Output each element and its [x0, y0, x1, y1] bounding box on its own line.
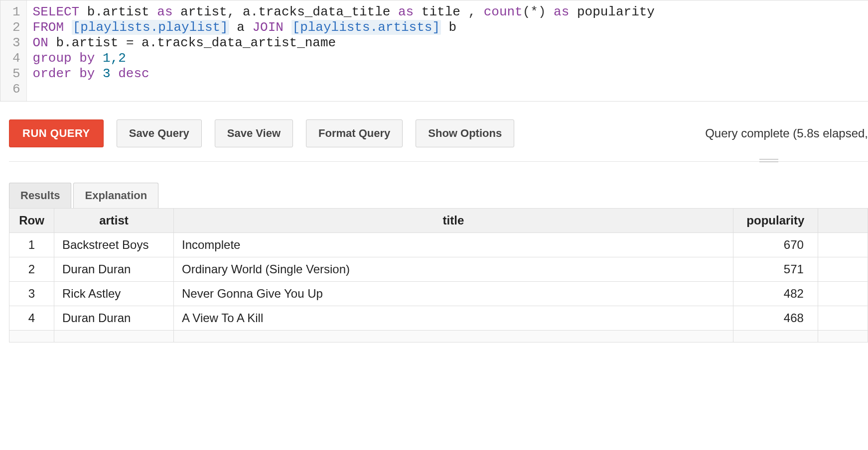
sql-keyword: as: [554, 4, 569, 19]
sql-literal: 1,2: [95, 51, 126, 66]
line-number: 2: [11, 20, 21, 35]
table-row: 2 Duran Duran Ordinary World (Single Ver…: [9, 257, 868, 282]
sql-text: artist: [72, 35, 126, 50]
table-row: 1 Backstreet Boys Incomplete 670: [9, 233, 868, 257]
results-table: Row artist title popularity 1 Backstreet…: [9, 208, 868, 342]
cell-title: A View To A Kill: [174, 306, 733, 331]
line-number: 3: [11, 35, 21, 51]
line-number: 4: [11, 51, 21, 66]
line-number: 1: [11, 4, 21, 20]
tab-results[interactable]: Results: [9, 183, 71, 208]
cell-rownum: 4: [9, 306, 54, 331]
line-number: 5: [11, 66, 21, 82]
sql-text: =: [126, 35, 142, 50]
sql-text: title: [414, 4, 468, 19]
cell-empty: [818, 257, 868, 282]
cell-popularity: 482: [733, 282, 818, 306]
sql-text: a: [229, 20, 253, 35]
editor-gutter: 1 2 3 4 5 6: [0, 0, 27, 101]
sql-text: tracks_data_artist_name: [157, 35, 336, 50]
sql-keyword: group: [33, 51, 72, 66]
sql-keyword: as: [157, 4, 172, 19]
sql-text: (*): [523, 4, 554, 19]
results-tabs: Results Explanation: [9, 183, 868, 208]
cell-rownum: 3: [9, 282, 54, 306]
sql-text: [64, 20, 72, 35]
sql-text: b: [441, 20, 456, 35]
cell-empty: [818, 233, 868, 257]
save-query-button[interactable]: Save Query: [117, 119, 202, 147]
table-header-row: Row artist title popularity: [9, 209, 868, 233]
show-options-button[interactable]: Show Options: [416, 119, 514, 147]
sql-text: a: [142, 35, 149, 50]
sql-text: .: [64, 35, 72, 50]
sql-table: [playlists.playlist]: [72, 20, 229, 35]
sql-text: popularity: [569, 4, 655, 19]
save-view-button[interactable]: Save View: [215, 119, 293, 147]
table-row: 3 Rick Astley Never Gonna Give You Up 48…: [9, 282, 868, 306]
query-status-text: Query complete (5.8s elapsed,: [705, 126, 868, 140]
sql-text: ,: [468, 4, 483, 19]
sql-text: b: [48, 35, 64, 50]
cell-artist: Rick Astley: [54, 282, 174, 306]
sql-keyword: JOIN: [253, 20, 284, 35]
sql-text: tracks_data_title: [258, 4, 398, 19]
cell-title: Never Gonna Give You Up: [174, 282, 733, 306]
table-row-empty: [9, 331, 868, 342]
sql-text: artist: [103, 4, 157, 19]
sql-function: count: [484, 4, 523, 19]
sql-table: [playlists.artists]: [291, 20, 441, 35]
sql-keyword: by: [79, 66, 95, 81]
sql-keyword: by: [79, 51, 95, 66]
sql-text: artist: [173, 4, 227, 19]
sql-keyword: ON: [33, 35, 48, 50]
cell-artist: Duran Duran: [54, 257, 174, 282]
sql-keyword: SELECT: [33, 4, 80, 19]
sql-text: [72, 66, 80, 81]
sql-text: [284, 20, 291, 35]
sql-keyword: as: [398, 4, 414, 19]
cell-rownum: 1: [9, 233, 54, 257]
sql-text: .: [251, 4, 259, 19]
tab-explanation[interactable]: Explanation: [73, 183, 158, 208]
cell-rownum: 2: [9, 257, 54, 282]
cell-artist: Duran Duran: [54, 306, 174, 331]
pane-divider[interactable]: [9, 161, 868, 162]
col-artist: artist: [54, 209, 174, 233]
sql-text: a: [243, 4, 251, 19]
cell-popularity: 670: [733, 233, 818, 257]
resize-grip-icon[interactable]: [759, 159, 778, 164]
sql-keyword: FROM: [33, 20, 64, 35]
sql-text: b: [79, 4, 95, 19]
sql-editor[interactable]: 1 2 3 4 5 6 SELECT b.artist as artist, a…: [0, 0, 868, 102]
query-toolbar: RUN QUERY Save Query Save View Format Qu…: [0, 102, 868, 158]
cell-empty: [818, 306, 868, 331]
sql-keyword: desc: [118, 66, 149, 81]
format-query-button[interactable]: Format Query: [306, 119, 403, 147]
table-row: 4 Duran Duran A View To A Kill 468: [9, 306, 868, 331]
run-query-button[interactable]: RUN QUERY: [9, 119, 104, 147]
cell-popularity: 468: [733, 306, 818, 331]
col-empty: [818, 209, 868, 233]
editor-code[interactable]: SELECT b.artist as artist, a.tracks_data…: [27, 0, 661, 101]
sql-text: ,: [227, 4, 243, 19]
col-popularity: popularity: [733, 209, 818, 233]
sql-keyword: order: [33, 66, 72, 81]
cell-artist: Backstreet Boys: [54, 233, 174, 257]
cell-title: Ordinary World (Single Version): [174, 257, 733, 282]
sql-text: [72, 51, 80, 66]
cell-popularity: 571: [733, 257, 818, 282]
col-row: Row: [9, 209, 54, 233]
cell-empty: [818, 282, 868, 306]
sql-text: .: [149, 35, 157, 50]
col-title: title: [174, 209, 733, 233]
sql-text: .: [95, 4, 103, 19]
cell-title: Incomplete: [174, 233, 733, 257]
line-number: 6: [11, 82, 21, 97]
sql-literal: 3: [95, 66, 118, 81]
